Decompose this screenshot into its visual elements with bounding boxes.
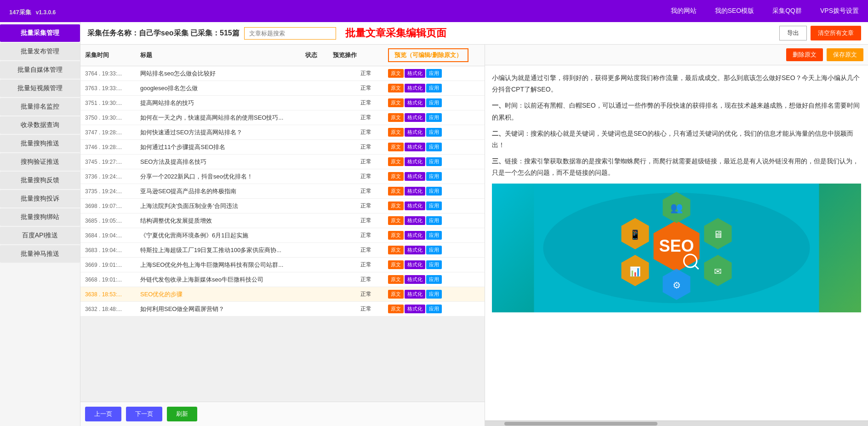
sidebar-item-batch-shenma[interactable]: 批量神马推送	[0, 245, 80, 263]
btn-yingyon[interactable]: 应用	[426, 260, 442, 269]
btn-geishi[interactable]: 格式化	[405, 260, 425, 269]
cell-status: 正常	[360, 114, 388, 121]
table-row[interactable]: 3736 . 19:24:... 分享一个2022新风口，抖音seo优化排名！ …	[80, 169, 485, 184]
export-button[interactable]: 导出	[779, 26, 807, 40]
table-row[interactable]: 3698 . 19:07:... 上海法院判决'负面压制业务'合同违法 正常 原…	[80, 199, 485, 213]
btn-yingyon[interactable]: 应用	[426, 290, 442, 299]
sidebar-item-batch-sogou-feedback[interactable]: 批量搜狗反馈	[0, 172, 80, 189]
btn-geishi[interactable]: 格式化	[405, 157, 425, 166]
sidebar-item-data-query[interactable]: 收录数据查询	[0, 116, 80, 134]
btn-yuanwen[interactable]: 原文	[388, 290, 404, 299]
table-row[interactable]: 3638 . 18:53:... SEO优化的步骤 正常 原文 格式化 应用	[80, 287, 485, 302]
btn-geishi[interactable]: 格式化	[405, 187, 425, 196]
sidebar-item-batch-sogou-bind[interactable]: 批量搜狗绑站	[0, 208, 80, 226]
preview-para: 二、关键词：搜索的核心就是关键词，关键词也是SEO的核心，只有通过关键词的优化，…	[492, 128, 861, 151]
nav-my-site[interactable]: 我的网站	[671, 7, 697, 15]
table-row[interactable]: 3684 . 19:04:... 《宁夏优化营商环境条例》6月1日起实施 正常 …	[80, 228, 485, 243]
btn-geishi[interactable]: 格式化	[405, 305, 425, 313]
btn-yuanwen[interactable]: 原文	[388, 305, 404, 313]
btn-geishi[interactable]: 格式化	[405, 69, 425, 78]
btn-yingyon[interactable]: 应用	[426, 98, 442, 107]
btn-yuanwen[interactable]: 原文	[388, 84, 404, 92]
clear-all-button[interactable]: 清空所有文章	[811, 26, 861, 40]
btn-yuanwen[interactable]: 原文	[388, 260, 404, 269]
table-row[interactable]: 3764 . 19:33:... 网站排名seo怎么做会比较好 正常 原文 格式…	[80, 66, 485, 81]
btn-geishi[interactable]: 格式化	[405, 275, 425, 284]
prev-page-button[interactable]: 上一页	[85, 407, 121, 421]
preview-edit-label[interactable]: 预览（可编辑/删除原文）	[388, 48, 468, 62]
table-row[interactable]: 3668 . 19:01:... 外链代发包收录上海新媒体seo牛巨微科技公司 …	[80, 272, 485, 287]
sidebar-item-baidu-api[interactable]: 百度API推送	[0, 227, 80, 244]
nav-seo-template[interactable]: 我的SEO模版	[715, 7, 754, 15]
btn-yingyon[interactable]: 应用	[426, 172, 442, 181]
refresh-button[interactable]: 刷新	[167, 407, 197, 421]
btn-yingyon[interactable]: 应用	[426, 216, 442, 225]
btn-yuanwen[interactable]: 原文	[388, 172, 404, 181]
sidebar-item-batch-media[interactable]: 批量自媒体管理	[0, 61, 80, 79]
table-row[interactable]: 3751 . 19:30:... 提高网站排名的技巧 正常 原文 格式化 应用	[80, 96, 485, 110]
btn-yuanwen[interactable]: 原文	[388, 98, 404, 107]
btn-yuanwen[interactable]: 原文	[388, 157, 404, 166]
btn-yingyon[interactable]: 应用	[426, 143, 442, 151]
btn-yuanwen[interactable]: 原文	[388, 246, 404, 254]
btn-geishi[interactable]: 格式化	[405, 172, 425, 181]
table-row[interactable]: 3745 . 19:27:... SEO方法及提高排名技巧 正常 原文 格式化 …	[80, 155, 485, 169]
sidebar-item-batch-collect[interactable]: 批量采集管理	[0, 24, 80, 42]
btn-yuanwen[interactable]: 原文	[388, 69, 404, 78]
btn-yuanwen[interactable]: 原文	[388, 143, 404, 151]
btn-geishi[interactable]: 格式化	[405, 98, 425, 107]
sidebar-item-batch-video[interactable]: 批量短视频管理	[0, 80, 80, 97]
btn-geishi[interactable]: 格式化	[405, 201, 425, 210]
btn-yingyon[interactable]: 应用	[426, 275, 442, 284]
table-row[interactable]: 3746 . 19:28:... 如何通过11个步骤提高SEO排名 正常 原文 …	[80, 140, 485, 155]
table-row[interactable]: 3685 . 19:05:... 结构调整优化发展提质增效 正常 原文 格式化 …	[80, 213, 485, 228]
btn-yingyon[interactable]: 应用	[426, 187, 442, 196]
btn-yingyon[interactable]: 应用	[426, 246, 442, 254]
cell-time: 3684 . 19:04:...	[85, 232, 140, 239]
cell-title: SEO方法及提高排名技巧	[140, 158, 360, 166]
horizontal-scrollbar[interactable]	[485, 420, 868, 426]
table-row[interactable]: 3632 . 18:48:... 如何利用SEO做全网霸屏营销？ 正常 原文 格…	[80, 302, 485, 317]
btn-geishi[interactable]: 格式化	[405, 216, 425, 225]
btn-yingyon[interactable]: 应用	[426, 128, 442, 137]
btn-yuanwen[interactable]: 原文	[388, 275, 404, 284]
btn-yingyon[interactable]: 应用	[426, 113, 442, 122]
table-row[interactable]: 3747 . 19:28:... 如何快速通过SEO方法提高网站排名？ 正常 原…	[80, 125, 485, 140]
btn-yuanwen[interactable]: 原文	[388, 187, 404, 196]
nav-qq-group[interactable]: 采集QQ群	[772, 7, 802, 15]
next-page-button[interactable]: 下一页	[126, 407, 162, 421]
cell-actions: 原文 格式化 应用	[388, 172, 480, 181]
btn-yingyon[interactable]: 应用	[426, 305, 442, 313]
btn-yuanwen[interactable]: 原文	[388, 216, 404, 225]
save-original-button[interactable]: 保存原文	[827, 48, 863, 61]
sidebar-item-batch-monitor[interactable]: 批量排名监控	[0, 98, 80, 115]
sidebar-item-batch-sogou-complaint[interactable]: 批量搜狗投诉	[0, 190, 80, 207]
btn-yuanwen[interactable]: 原文	[388, 231, 404, 240]
btn-yuanwen[interactable]: 原文	[388, 113, 404, 122]
btn-yingyon[interactable]: 应用	[426, 157, 442, 166]
btn-yingyon[interactable]: 应用	[426, 201, 442, 210]
btn-geishi[interactable]: 格式化	[405, 84, 425, 92]
sidebar-item-batch-publish[interactable]: 批量发布管理	[0, 43, 80, 60]
sidebar-item-sogou-verify[interactable]: 搜狗验证推送	[0, 153, 80, 171]
btn-geishi[interactable]: 格式化	[405, 113, 425, 122]
btn-geishi[interactable]: 格式化	[405, 231, 425, 240]
btn-yuanwen[interactable]: 原文	[388, 201, 404, 210]
btn-yingyon[interactable]: 应用	[426, 231, 442, 240]
btn-yingyon[interactable]: 应用	[426, 84, 442, 92]
btn-yuanwen[interactable]: 原文	[388, 128, 404, 137]
btn-geishi[interactable]: 格式化	[405, 128, 425, 137]
btn-geishi[interactable]: 格式化	[405, 290, 425, 299]
delete-original-button[interactable]: 删除原文	[786, 48, 823, 61]
table-row[interactable]: 3683 . 19:04:... 特斯拉上海超级工厂19日复工推动100多家供应…	[80, 243, 485, 258]
btn-geishi[interactable]: 格式化	[405, 143, 425, 151]
nav-vps-setting[interactable]: VPS拨号设置	[820, 7, 859, 15]
sidebar-item-batch-sogou-push[interactable]: 批量搜狗推送	[0, 135, 80, 152]
table-row[interactable]: 3750 . 19:30:... 如何在一天之内，快速提高网站排名的使用SEO技…	[80, 110, 485, 125]
btn-geishi[interactable]: 格式化	[405, 246, 425, 254]
btn-yingyon[interactable]: 应用	[426, 69, 442, 78]
table-row[interactable]: 3763 . 19:33:... googleseo排名怎么做 正常 原文 格式…	[80, 81, 485, 96]
search-input[interactable]	[244, 27, 336, 40]
table-row[interactable]: 3735 . 19:24:... 亚马逊SEO提高产品排名的终极指南 正常 原文…	[80, 184, 485, 199]
table-row[interactable]: 3669 . 19:01:... 上海SEO优化外包上海牛巨微网络科技有限公司站…	[80, 258, 485, 272]
